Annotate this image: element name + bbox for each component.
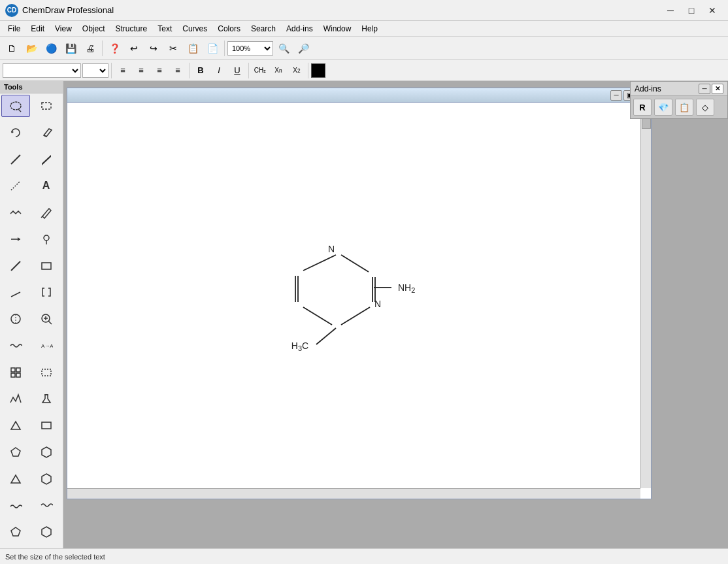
tool-dash-bond[interactable] [1,174,30,197]
bold-button[interactable]: B [192,63,209,78]
addins-title: Add-ins [635,84,661,93]
main-area: Tools [0,81,728,548]
tool-rect[interactable] [32,255,61,277]
addin-copy-icon[interactable]: 📋 [675,99,693,116]
tool-chain[interactable] [1,201,30,224]
tool-rect2[interactable] [32,414,61,437]
tool-pentagon[interactable] [1,441,30,463]
tool-rotate[interactable] [1,122,30,144]
font-select[interactable] [3,63,81,78]
tool-dotted-rect[interactable] [32,361,61,384]
undo-button[interactable]: ↩ [125,39,143,58]
scrollbar-horizontal[interactable] [67,488,640,499]
toolbar1: 🗋 📂 🔵 💾 🖨 ❓ ↩ ↪ ✂ 📋 📄 100% 50% 75% 150% … [0,37,728,60]
tool-wave1[interactable] [1,494,30,516]
size-select[interactable] [82,63,108,78]
zoom-select[interactable]: 100% 50% 75% 150% 200% [227,41,273,56]
tool-single-bond2[interactable] [1,255,30,277]
svg-marker-35 [11,527,20,536]
menu-item-file[interactable]: File [3,23,25,35]
open-button[interactable]: 📂 [22,39,41,58]
tool-bracket[interactable] [32,281,61,303]
tool-tri-open[interactable] [1,468,30,490]
menu-item-curves[interactable]: Curves [177,23,212,35]
tool-bold-bond[interactable] [32,148,61,171]
paste-button[interactable]: 📄 [203,39,222,58]
new-button[interactable]: 🗋 [3,39,21,58]
redo-button[interactable]: ↪ [144,39,163,58]
tool-lasso[interactable] [1,95,30,117]
svg-line-8 [41,216,42,218]
tool-penta2[interactable] [1,521,30,543]
zoom-out-button[interactable]: 🔎 [294,39,312,58]
justify-button[interactable]: ≡ [169,63,186,78]
subscript-button[interactable]: Xn [270,63,287,78]
tool-bond-line[interactable] [1,148,30,171]
cut-button[interactable]: ✂ [164,39,182,58]
underline-button[interactable]: U [229,63,246,78]
addin-diamond-icon[interactable]: ◇ [696,99,714,116]
tool-wave2[interactable] [32,494,61,516]
tool-wavy[interactable] [1,335,30,357]
toolbar-separator [102,41,103,56]
tool-ring[interactable] [1,308,30,330]
menu-item-object[interactable]: Object [77,23,110,35]
addin-r-icon[interactable]: R [633,99,652,116]
align-left-button[interactable]: ≡ [114,63,131,78]
tool-atom-map[interactable]: A→A [32,335,61,357]
addins-minimize-button[interactable]: ─ [699,84,710,94]
cd-button[interactable]: 🔵 [42,39,60,58]
menu-item-text[interactable]: Text [152,23,177,35]
tool-arrow[interactable] [1,228,30,250]
align-center-button[interactable]: ≡ [133,63,150,78]
color-swatch[interactable] [311,63,325,78]
align-right-button[interactable]: ≡ [151,63,168,78]
tool-triangle[interactable] [1,414,30,437]
svg-point-16 [11,314,20,323]
tool-hex2[interactable] [32,468,61,490]
close-button[interactable]: ✕ [702,1,723,20]
tool-hexagon[interactable] [32,441,61,463]
svg-text:N: N [374,299,381,309]
menu-item-help[interactable]: Help [356,23,383,35]
menu-item-structure[interactable]: Structure [110,23,153,35]
tool-grid[interactable] [1,361,30,384]
menu-item-search[interactable]: Search [246,23,281,35]
tool-wedge[interactable] [1,281,30,303]
tool-erase[interactable] [32,122,61,144]
save-button[interactable]: 💾 [61,39,80,58]
doc-content: N NH2 N H3C [67,103,651,499]
tool-zoom-plus[interactable] [32,308,61,330]
tool-peak[interactable] [1,388,30,410]
menu-item-colors[interactable]: Colors [212,23,246,35]
addin-gem-icon[interactable]: 💎 [654,99,672,116]
status-text: Set the size of the selected text [5,553,105,561]
superscript-button[interactable]: X2 [288,63,305,78]
menu-item-add-ins[interactable]: Add-ins [281,23,318,35]
addins-titlebar: Add-ins ─ ✕ [631,82,727,96]
menu-item-edit[interactable]: Edit [25,23,50,35]
print-button[interactable]: 🖨 [81,39,99,58]
menu-item-window[interactable]: Window [318,23,357,35]
tool-marquee[interactable] [32,95,61,117]
tools-title: Tools [0,81,63,93]
zoom-in-button[interactable]: 🔍 [274,39,293,58]
scrollbar-vertical[interactable] [640,103,651,488]
doc-minimize-button[interactable]: ─ [610,90,622,101]
minimize-button[interactable]: ─ [660,1,681,20]
ch2-button[interactable]: CH₂ [252,63,269,78]
addins-close-button[interactable]: ✕ [712,84,723,94]
tool-pin[interactable] [32,228,61,250]
italic-button[interactable]: I [210,63,227,78]
help-button[interactable]: ❓ [105,39,124,58]
copy-button[interactable]: 📋 [184,39,202,58]
svg-line-13 [11,261,20,271]
tool-flask[interactable] [32,388,61,410]
tool-pen[interactable] [32,201,61,224]
status-bar: Set the size of the selected text [0,548,728,564]
maximize-button[interactable]: □ [681,1,702,20]
tool-text[interactable]: A [32,174,61,197]
svg-rect-30 [42,422,51,429]
tool-hex3[interactable] [32,521,61,543]
menu-item-view[interactable]: View [50,23,77,35]
